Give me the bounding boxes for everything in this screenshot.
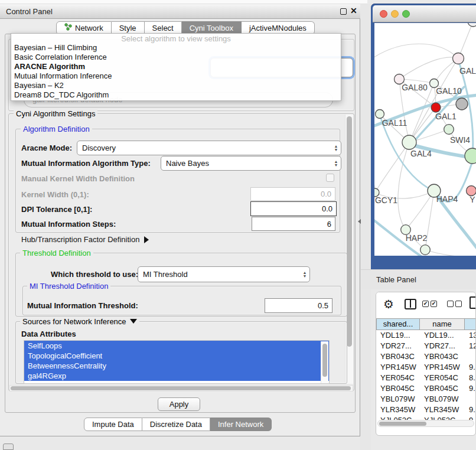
algorithm-popup-list: Bayesian – Hill ClimbingBasic Correlatio… xyxy=(11,43,341,100)
column-header-shared[interactable]: shared... xyxy=(376,318,420,330)
control-panel-titlebar: Control Panel ✕ xyxy=(0,4,360,19)
table-cell: YBR045C xyxy=(376,383,420,394)
network-node[interactable] xyxy=(465,148,476,164)
mi-type-value: Naive Bayes xyxy=(161,159,331,168)
control-panel-title: Control Panel xyxy=(6,4,53,19)
network-node[interactable] xyxy=(420,245,431,255)
settings-hscroll-thumb[interactable] xyxy=(11,386,351,390)
table-cell: 8. xyxy=(465,373,476,383)
splitter-handle-icon[interactable] xyxy=(358,219,361,224)
zoom-window-icon[interactable] xyxy=(402,10,410,18)
checked-box-icon[interactable]: ✔ xyxy=(422,301,429,307)
algorithm-dropdown-popup: Select algorithm to view settings Bayesi… xyxy=(11,33,341,101)
network-view-titlebar[interactable] xyxy=(373,5,476,22)
algorithm-option-aracne-algorithm[interactable]: ARACNE Algorithm xyxy=(11,62,341,71)
aracne-mode-combo[interactable]: Discovery ▲▼ xyxy=(77,141,341,155)
algorithm-definition-title: Algorithm Definition xyxy=(21,125,92,133)
node-label-gal: GAL xyxy=(459,66,476,76)
manual-kernel-checkbox xyxy=(326,174,334,182)
checked-box-icon[interactable]: ✔ xyxy=(431,301,437,307)
table-horizontal-scrollbar[interactable] xyxy=(377,420,474,427)
algorithm-option-mutual-information-inference[interactable]: Mutual Information Inference xyxy=(11,71,341,81)
column-header-2[interactable] xyxy=(465,318,476,330)
table-panel-titlebar: Table Panel xyxy=(361,269,476,289)
table-row[interactable]: YBL079WYBL079W xyxy=(376,394,476,405)
table-cell: 9. xyxy=(465,405,476,415)
network-canvas[interactable]: GALGAL80GAL10GAL1GAL11SWI4GAL4GCY1HAP4YH… xyxy=(374,23,476,256)
table-cell: YDR27... xyxy=(376,341,420,351)
tab-impute-data[interactable]: Impute Data xyxy=(84,418,142,431)
table-row[interactable]: YPR145WYPR145W9. xyxy=(376,362,476,373)
table-row[interactable]: YBR043CYBR043C xyxy=(376,351,476,362)
settings-horizontal-scrollbar[interactable] xyxy=(9,385,353,392)
network-node-gal1[interactable] xyxy=(431,103,441,112)
network-node-gal[interactable] xyxy=(453,53,464,64)
apply-button[interactable]: Apply xyxy=(158,397,200,411)
node-label-gal10: GAL10 xyxy=(436,86,462,96)
attribute-item-topologicalcoefficient[interactable]: TopologicalCoefficient xyxy=(24,351,329,361)
network-node-y[interactable] xyxy=(467,186,476,196)
minimized-panel-icon[interactable] xyxy=(3,444,14,450)
panel-splitter[interactable] xyxy=(360,4,371,450)
mi-threshold-field[interactable]: 0.5 xyxy=(265,298,332,313)
algorithm-option-bayesian-k2[interactable]: Bayesian – K2 xyxy=(11,81,341,90)
unchecked-box-icon[interactable] xyxy=(455,301,462,307)
table-cell: YLR345W xyxy=(420,405,465,415)
table-body: YDL19...YDL19...13YDR27...YDR27...12YBR0… xyxy=(376,330,476,420)
attribute-item-gal4rgexp[interactable]: gal4RGexp xyxy=(24,371,329,381)
unchecked-box-icon[interactable] xyxy=(447,301,454,307)
network-node[interactable] xyxy=(456,98,468,110)
table-cell: YBR045C xyxy=(420,383,465,394)
algorithm-option-basic-correlation-inference[interactable]: Basic Correlation Inference xyxy=(11,53,341,62)
minimize-window-icon[interactable] xyxy=(391,10,399,18)
which-threshold-combo[interactable]: MI Threshold ▲▼ xyxy=(138,266,310,282)
kernel-width-label: Kernel Width (0,1): xyxy=(21,190,89,199)
attributes-vertical-scrollbar[interactable] xyxy=(321,341,328,383)
float-panel-icon[interactable] xyxy=(340,8,347,15)
split-view-icon[interactable] xyxy=(405,299,416,309)
table-cell xyxy=(465,351,476,362)
table-cell: YDL19... xyxy=(420,330,465,341)
mi-type-combo[interactable]: Naive Bayes ▲▼ xyxy=(161,156,341,171)
algorithm-option-bayesian-hill-climbing[interactable]: Bayesian – Hill Climbing xyxy=(11,43,341,53)
dpi-tolerance-field[interactable]: 0.0 xyxy=(250,201,337,216)
table-row[interactable]: YBR045CYBR045C9. xyxy=(376,383,476,394)
table-row[interactable]: YDR27...YDR27...12 xyxy=(376,341,476,351)
sources-group-title: Sources for Network Inference xyxy=(20,317,139,326)
attributes-scroll-thumb[interactable] xyxy=(322,344,327,377)
network-node-gal11[interactable] xyxy=(376,110,384,119)
attribute-item-selfloops[interactable]: SelfLoops xyxy=(24,341,329,351)
network-edge xyxy=(425,250,476,256)
network-node-gal4[interactable] xyxy=(402,135,416,149)
table-row[interactable]: YER054CYER054C8. xyxy=(376,373,476,383)
data-attributes-list[interactable]: SelfLoopsTopologicalCoefficientBetweenne… xyxy=(24,340,330,384)
network-node[interactable] xyxy=(468,23,476,27)
table-row[interactable]: YJL052CYJL052C9. xyxy=(376,415,476,420)
hub-definition-expander[interactable]: Hub/Transcription Factor Definition xyxy=(21,235,149,244)
tab-infer-network[interactable]: Infer Network xyxy=(210,418,272,431)
table-cell: YPR145W xyxy=(420,362,465,373)
algorithm-option-dream8-dc-tdc-algorithm[interactable]: Dream8 DC_TDC Algorithm xyxy=(11,90,341,100)
application-root: Control Panel ✕ NetworkStyleSelectCyni T… xyxy=(0,0,476,450)
node-label-gal11: GAL11 xyxy=(382,118,407,128)
settings-scroll-thumb[interactable] xyxy=(347,116,352,347)
gear-icon[interactable]: ⚙ xyxy=(383,297,394,311)
new-table-icon[interactable] xyxy=(470,296,476,309)
tab-discretize-data[interactable]: Discretize Data xyxy=(142,418,210,431)
mi-steps-field[interactable]: 6 xyxy=(252,217,335,231)
table-row[interactable]: YDL19...YDL19...13 xyxy=(376,330,476,341)
column-header-name[interactable]: name xyxy=(420,318,465,330)
table-cell: YBR043C xyxy=(420,351,465,362)
table-hscroll-thumb[interactable] xyxy=(379,422,426,426)
data-attributes-label: Data Attributes xyxy=(21,330,76,338)
close-window-icon[interactable] xyxy=(380,10,387,18)
attribute-item-betweennesscentrality[interactable]: BetweennessCentrality xyxy=(24,361,329,371)
table-panel-body: ⚙ ✔ ✔ shared...name YDL19...YDL19...13YD… xyxy=(376,292,476,436)
table-cell: YER054C xyxy=(420,373,465,383)
close-panel-icon[interactable]: ✕ xyxy=(350,6,357,15)
network-node-swi4[interactable] xyxy=(444,125,454,135)
network-view-window: GALGAL80GAL10GAL1GAL11SWI4GAL4GCY1HAP4YH… xyxy=(371,4,476,269)
threshold-definition-title: Threshold Definition xyxy=(20,249,93,257)
table-cell: 9. xyxy=(465,383,476,394)
table-row[interactable]: YLR345WYLR345W9. xyxy=(376,405,476,415)
